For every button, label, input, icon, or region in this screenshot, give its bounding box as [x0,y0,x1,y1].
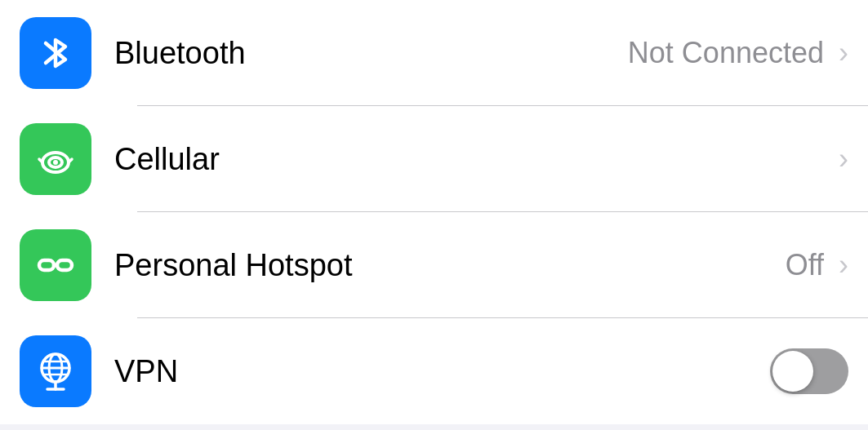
vpn-toggle-knob [772,351,813,392]
hotspot-right: Off › [786,248,848,282]
bluetooth-chevron: › [839,36,848,70]
vpn-icon-container [20,335,91,407]
hotspot-icon [34,244,77,286]
vpn-toggle[interactable] [770,348,848,394]
bluetooth-right: Not Connected › [628,36,848,70]
bluetooth-icon [34,32,77,74]
settings-row-cellular[interactable]: Cellular › [0,106,868,212]
settings-row-vpn[interactable]: VPN [0,318,868,424]
bluetooth-value: Not Connected [628,36,824,70]
hotspot-label: Personal Hotspot [114,248,786,283]
bluetooth-icon-container [20,17,91,89]
cellular-label: Cellular [114,142,835,177]
settings-row-bluetooth[interactable]: Bluetooth Not Connected › [0,0,868,106]
vpn-right [770,348,848,394]
cellular-icon-container [20,123,91,195]
bluetooth-label: Bluetooth [114,36,628,71]
svg-rect-6 [57,260,72,270]
hotspot-value: Off [786,248,824,282]
svg-point-2 [53,160,58,165]
vpn-label: VPN [114,354,770,389]
cellular-chevron: › [839,142,848,176]
cellular-icon [34,138,77,180]
vpn-globe-icon [34,350,77,392]
svg-rect-5 [39,260,54,270]
hotspot-chevron: › [839,248,848,282]
settings-row-hotspot[interactable]: Personal Hotspot Off › [0,212,868,318]
hotspot-icon-container [20,229,91,301]
settings-list: Bluetooth Not Connected › Cellular › [0,0,868,424]
cellular-right: › [835,142,848,176]
